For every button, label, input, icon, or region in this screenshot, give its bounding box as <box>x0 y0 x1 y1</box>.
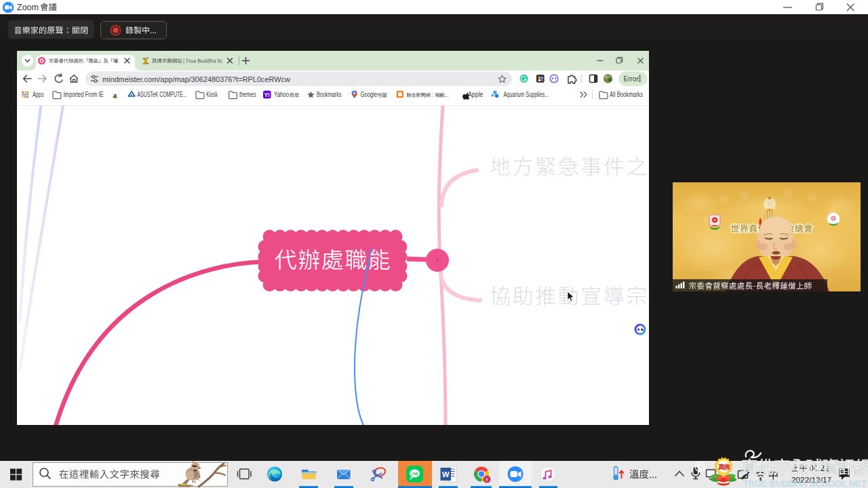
svg-text:Zoom: Zoom <box>17 3 39 12</box>
svg-text:Error: Error <box>624 75 639 83</box>
svg-text:ASUSTeK COMPUTE...: ASUSTeK COMPUTE... <box>138 91 187 98</box>
svg-text:Yahoo: Yahoo <box>274 91 289 98</box>
svg-text:mindmeister.com/app/map/306248: mindmeister.com/app/map/3062480376?t=RPL… <box>102 75 290 83</box>
svg-text:themes: themes <box>239 91 256 98</box>
svg-text:Y!: Y! <box>264 92 270 98</box>
svg-text:Google: Google <box>361 91 378 98</box>
svg-text:Aquarium Supplies...: Aquarium Supplies... <box>504 91 549 98</box>
svg-text:Apps: Apps <box>33 91 44 98</box>
svg-text:All Bookmarks: All Bookmarks <box>610 91 643 98</box>
svg-text:r: r <box>486 477 488 482</box>
svg-text:W: W <box>442 470 450 479</box>
svg-text:Apple: Apple <box>468 91 484 98</box>
svg-text:Imported From IE: Imported From IE <box>64 91 104 98</box>
svg-text:2022/12/17: 2022/12/17 <box>791 475 831 485</box>
svg-text:Kiosk: Kiosk <box>206 91 218 98</box>
svg-text:LINE: LINE <box>411 472 419 476</box>
svg-text:Bookmarks: Bookmarks <box>317 91 342 98</box>
